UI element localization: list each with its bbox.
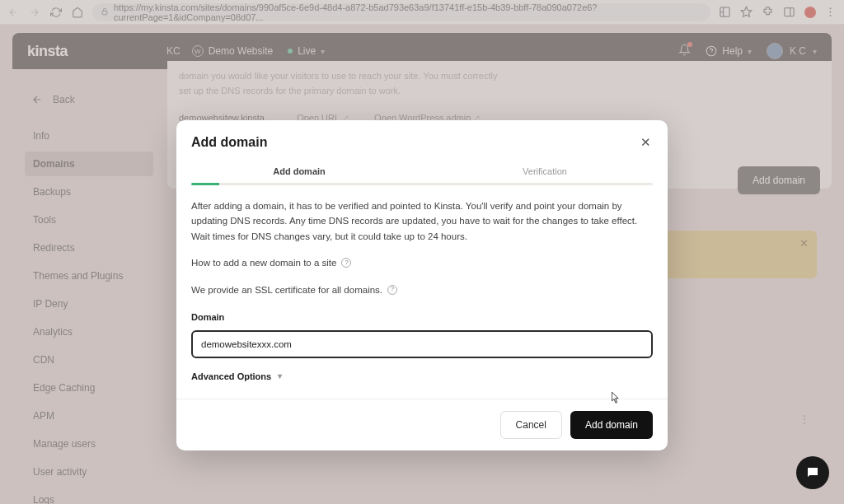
domain-input[interactable] xyxy=(191,330,653,358)
tab-add-domain[interactable]: Add domain xyxy=(176,160,422,183)
add-domain-submit-button[interactable]: Add domain xyxy=(570,411,653,439)
modal-tabs: Add domain Verification xyxy=(176,160,668,183)
modal-title: Add domain xyxy=(191,135,267,150)
add-domain-modal: Add domain ✕ Add domain Verification Aft… xyxy=(176,120,668,450)
ssl-info-text: We provide an SSL certificate for all do… xyxy=(191,282,653,297)
domain-field-label: Domain xyxy=(191,310,653,325)
chevron-down-icon: ▾ xyxy=(278,370,282,383)
help-circle-icon[interactable]: ? xyxy=(387,285,397,295)
tab-verification[interactable]: Verification xyxy=(422,160,668,183)
how-to-link[interactable]: How to add a new domain to a site ? xyxy=(191,255,653,270)
close-icon[interactable]: ✕ xyxy=(640,135,651,150)
cancel-button[interactable]: Cancel xyxy=(500,411,562,439)
modal-description: After adding a domain, it has to be veri… xyxy=(191,198,653,244)
help-circle-icon: ? xyxy=(341,258,351,268)
advanced-options-toggle[interactable]: Advanced Options ▾ xyxy=(191,370,653,399)
intercom-chat-button[interactable] xyxy=(796,456,829,489)
